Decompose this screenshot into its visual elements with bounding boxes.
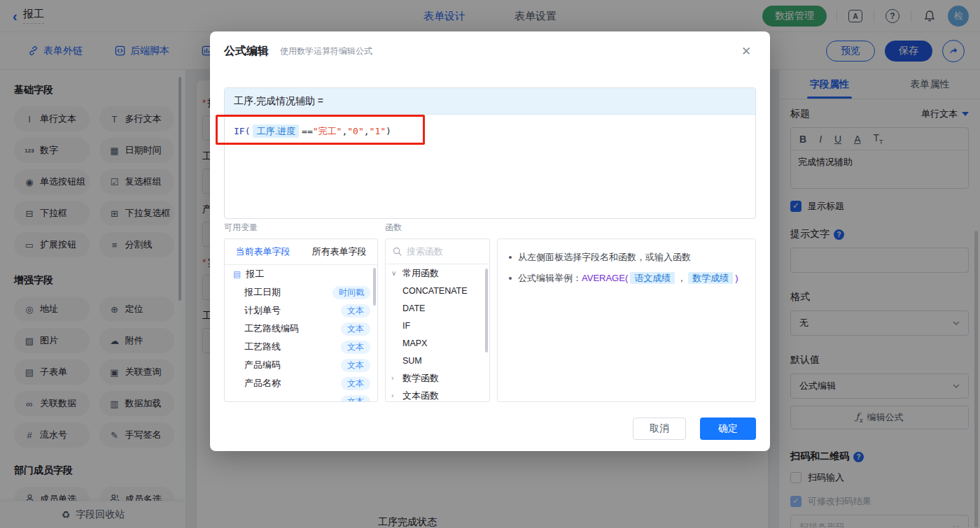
variables-tabs: 当前表单字段 所有表单字段 bbox=[225, 239, 377, 265]
modal-header: 公式编辑 使用数学运算符编辑公式 bbox=[210, 31, 770, 71]
document-icon: ▤ bbox=[233, 269, 241, 279]
confirm-button[interactable]: 确定 bbox=[700, 418, 756, 440]
example-field-chip: 数学成绩 bbox=[688, 272, 733, 284]
function-item-mapx[interactable]: MAPX bbox=[386, 334, 489, 352]
function-item-if[interactable]: IF bbox=[386, 317, 489, 334]
chevron-collapsed-icon: › bbox=[391, 392, 398, 399]
variables-list: ▤ 报工 报工日期时间戳 计划单号文本 工艺路线编码文本 工艺路线文本 产品编码… bbox=[225, 265, 377, 402]
tab-current-form-fields[interactable]: 当前表单字段 bbox=[225, 245, 301, 258]
formula-field-token[interactable]: 工序.进度 bbox=[253, 124, 299, 138]
modal-footer: 取消 确定 bbox=[633, 418, 756, 440]
app-screen: ‹ 报工 表单设计 表单设置 数据管理 A ? 检 表单外链 bbox=[0, 0, 980, 528]
hint-line-1: 从左侧面板选择字段名和函数，或输入函数 bbox=[509, 250, 744, 264]
variable-item[interactable]: 报工日期时间戳 bbox=[225, 283, 377, 301]
search-icon bbox=[393, 247, 402, 256]
variable-root[interactable]: ▤ 报工 bbox=[225, 265, 377, 283]
formula-editor[interactable]: 工序.完成情况辅助 = IF(工序.进度=="完工","0","1") bbox=[224, 87, 756, 219]
type-badge: 文本 bbox=[341, 377, 370, 390]
formula-lhs: 工序.完成情况辅助 = bbox=[225, 88, 755, 115]
close-icon[interactable]: ✕ bbox=[738, 43, 755, 59]
variable-item[interactable]: 文本 bbox=[225, 392, 377, 402]
modal-title: 公式编辑 bbox=[224, 44, 269, 59]
function-group-math[interactable]: ›数学函数 bbox=[386, 369, 489, 387]
variables-scrollbar[interactable] bbox=[373, 268, 376, 306]
formula-function: IF( bbox=[234, 126, 250, 136]
functions-panel: ∨常用函数 CONCATENATE DATE IF MAPX SUM ›数学函数… bbox=[385, 238, 490, 402]
function-search-input[interactable] bbox=[407, 246, 477, 257]
cancel-button[interactable]: 取消 bbox=[633, 418, 686, 440]
functions-label: 函数 bbox=[385, 222, 402, 234]
function-group-common[interactable]: ∨常用函数 bbox=[386, 264, 489, 282]
function-group-text[interactable]: ›文本函数 bbox=[386, 387, 489, 402]
type-badge: 文本 bbox=[341, 359, 370, 372]
function-search bbox=[386, 239, 489, 264]
type-badge: 时间戳 bbox=[332, 286, 370, 299]
function-item-sum[interactable]: SUM bbox=[386, 352, 489, 369]
hint-line-2: 公式编辑举例：AVERAGE(语文成绩，数学成绩) bbox=[509, 271, 744, 285]
type-badge: 文本 bbox=[341, 341, 370, 354]
tab-all-form-fields[interactable]: 所有表单字段 bbox=[301, 245, 377, 258]
functions-scrollbar[interactable] bbox=[485, 269, 488, 352]
hint-panel: 从左侧面板选择字段名和函数，或输入函数 公式编辑举例：AVERAGE(语文成绩，… bbox=[497, 238, 756, 402]
type-badge: 文本 bbox=[341, 322, 370, 336]
modal-subtitle: 使用数学运算符编辑公式 bbox=[280, 45, 372, 57]
variable-item[interactable]: 工艺路线文本 bbox=[225, 338, 377, 356]
type-badge: 文本 bbox=[341, 395, 370, 403]
variable-item[interactable]: 产品编码文本 bbox=[225, 356, 377, 374]
variable-item[interactable]: 产品名称文本 bbox=[225, 374, 377, 392]
formula-body[interactable]: IF(工序.进度=="完工","0","1") bbox=[225, 115, 755, 148]
variable-item[interactable]: 计划单号文本 bbox=[225, 301, 377, 320]
chevron-expanded-icon: ∨ bbox=[391, 269, 398, 277]
variables-label: 可用变量 bbox=[224, 222, 258, 234]
variables-panel: 当前表单字段 所有表单字段 ▤ 报工 报工日期时间戳 计划单号文本 工艺路线编码… bbox=[224, 238, 378, 402]
formula-edit-modal: 公式编辑 使用数学运算符编辑公式 ✕ 工序.完成情况辅助 = IF(工序.进度=… bbox=[210, 31, 770, 451]
chevron-collapsed-icon: › bbox=[391, 374, 398, 382]
function-item-date[interactable]: DATE bbox=[386, 299, 489, 317]
variable-item[interactable]: 工艺路线编码文本 bbox=[225, 320, 377, 338]
type-badge: 文本 bbox=[341, 304, 370, 317]
example-field-chip: 语文成绩 bbox=[630, 272, 675, 284]
function-item-concatenate[interactable]: CONCATENATE bbox=[386, 282, 489, 299]
